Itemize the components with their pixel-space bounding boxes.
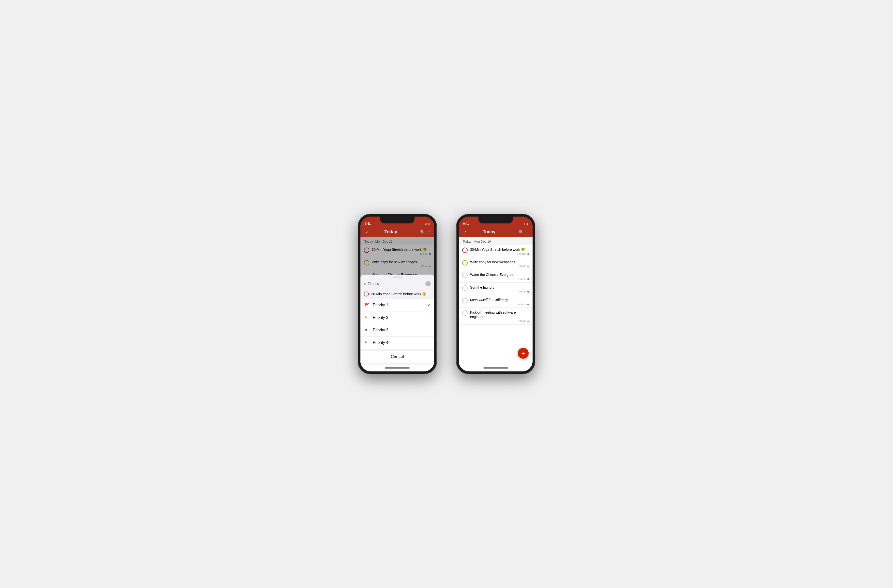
task-name-2-6: Kick-off meeting with software engineers	[470, 310, 529, 319]
task-content-2-4: Sort the laundry Home	[470, 285, 529, 295]
status-time-1: 9:41	[365, 222, 371, 226]
sheet-task-name: 30-Min Yoga Stretch before work 😤	[361, 289, 434, 299]
sheet-handle	[393, 277, 402, 278]
task-name-2-1: 30-Min Yoga Stretch before work 😤	[470, 247, 529, 252]
phone-2: 9:41 ⊛ ▮ ‹ Today 🔍 ··· Today Mon Dec 16	[456, 214, 535, 374]
close-icon: ✕	[427, 282, 429, 286]
sheet-header-dot	[364, 283, 366, 285]
task-circle-1-1	[364, 248, 369, 253]
task-name-1-1: 30-Min Yoga Stretch before work 😤	[372, 247, 431, 252]
date-header-1: Today Mon Dec 16	[361, 237, 434, 245]
sheet-task-circle	[364, 292, 369, 296]
home-bar-2	[483, 367, 508, 368]
battery-icon-1: ▮	[428, 223, 430, 226]
task-dot-2-4	[528, 291, 529, 293]
task-item-1-2[interactable]: Write copy for new webpages Work	[361, 257, 434, 270]
priority-option-2[interactable]: ⚑ Priority 2	[361, 311, 434, 324]
notch-2	[478, 217, 513, 223]
task-meta-2-6: Work	[470, 320, 529, 322]
task-content-2-6: Kick-off meeting with software engineers…	[470, 310, 529, 325]
task-circle-2-6	[462, 310, 468, 316]
notch	[380, 217, 415, 223]
task-dot-1-1	[429, 253, 431, 255]
task-meta-2-2: Work	[470, 265, 529, 268]
status-time-2: 9:41	[463, 222, 469, 226]
date-header-2: Today Mon Dec 16	[459, 237, 532, 245]
search-icon-2[interactable]: 🔍	[519, 230, 523, 234]
priority-label-3: Priority 3	[373, 328, 430, 332]
task-item-2-1[interactable]: 30-Min Yoga Stretch before work 😤 Fitnes…	[459, 245, 532, 257]
task-content-1-1: 30-Min Yoga Stretch before work 😤 Fitnes…	[372, 247, 431, 257]
task-circle-2-5	[462, 298, 468, 303]
sheet-header: Fitness ✕	[361, 280, 434, 289]
task-name-2-5: Meet w/Jeff for Coffee ☕	[470, 298, 529, 302]
nav-title-2: Today	[462, 229, 517, 235]
search-icon-1[interactable]: 🔍	[420, 230, 425, 234]
task-name-1-2: Write copy for new webpages	[372, 260, 431, 264]
task-item-2-4[interactable]: Sort the laundry Home	[459, 283, 532, 295]
more-icon-1[interactable]: ···	[428, 230, 431, 234]
task-meta-2-1: Fitness	[470, 252, 529, 255]
priority-flag-4: ⚑	[364, 340, 370, 345]
task-content-2-2: Write copy for new webpages Work	[470, 260, 529, 270]
status-icons-1: ⊛ ▮	[425, 223, 430, 226]
sheet-close-button[interactable]: ✕	[425, 281, 431, 286]
task-meta-2-3: Home	[470, 278, 529, 280]
battery-icon-2: ▮	[527, 223, 528, 226]
nav-title-1: Today	[364, 229, 418, 235]
nav-bar-1: ‹ Today 🔍 ···	[361, 226, 434, 237]
priority-option-4[interactable]: ⚑ Priority 4	[361, 337, 434, 349]
bottom-sheet: Fitness ✕ 30-Min Yoga Stretch before wor…	[361, 275, 434, 365]
task-item-1-1[interactable]: 30-Min Yoga Stretch before work 😤 Fitnes…	[361, 245, 434, 257]
home-bar-1	[385, 367, 410, 368]
task-item-2-5[interactable]: Meet w/Jeff for Coffee ☕ Friends	[459, 295, 532, 308]
task-dot-2-3	[528, 278, 529, 280]
cancel-button[interactable]: Cancel	[361, 351, 434, 362]
task-dot-2-5	[528, 304, 529, 305]
task-meta-2-4: Home	[470, 290, 529, 293]
priority-label-4: Priority 4	[373, 340, 430, 345]
task-meta-1-1: Fitness	[372, 252, 431, 255]
status-icons-2: ⊛ ▮	[523, 223, 528, 226]
task-circle-1-2	[364, 260, 369, 266]
content-2: Today Mon Dec 16 30-Min Yoga Stretch bef…	[459, 237, 532, 365]
nav-actions-1: 🔍 ···	[420, 230, 431, 234]
home-indicator-1	[361, 365, 434, 371]
task-item-2-2[interactable]: Write copy for new webpages Work	[459, 257, 532, 270]
task-name-2-3: Water the Chinese Evergreen	[470, 272, 529, 277]
wifi-icon-1: ⊛	[425, 223, 427, 226]
priority-check-1: ✓	[427, 303, 430, 308]
date-header-text-2: Today Mon Dec 16	[463, 240, 529, 244]
task-item-2-6[interactable]: Kick-off meeting with software engineers…	[459, 308, 532, 325]
task-dot-2-2	[528, 266, 529, 268]
task-content-2-5: Meet w/Jeff for Coffee ☕ Friends	[470, 298, 529, 308]
priority-flag-2: ⚑	[364, 315, 370, 320]
date-header-text-1: Today Mon Dec 16	[364, 240, 430, 244]
home-indicator-2	[459, 365, 532, 371]
task-dot-2-1	[528, 253, 529, 255]
task-item-2-3[interactable]: Water the Chinese Evergreen Home	[459, 270, 532, 283]
wifi-icon-2: ⊛	[523, 223, 525, 226]
task-circle-2-1	[462, 248, 468, 253]
more-icon-2[interactable]: ···	[526, 230, 529, 234]
task-dot-1-2	[429, 266, 431, 268]
task-meta-1-2: Work	[372, 265, 431, 268]
task-content-1-2: Write copy for new webpages Work	[372, 260, 431, 270]
task-circle-2-2	[462, 260, 468, 266]
nav-actions-2: 🔍 ···	[519, 230, 529, 234]
task-name-2-2: Write copy for new webpages	[470, 260, 529, 264]
task-content-2-3: Water the Chinese Evergreen Home	[470, 272, 529, 282]
task-content-2-1: 30-Min Yoga Stretch before work 😤 Fitnes…	[470, 247, 529, 257]
task-circle-2-3	[462, 273, 468, 278]
priority-option-3[interactable]: ⚑ Priority 3	[361, 324, 434, 337]
task-list-2: 30-Min Yoga Stretch before work 😤 Fitnes…	[459, 245, 532, 365]
priority-label-1: Priority 1	[373, 303, 427, 307]
add-task-fab[interactable]: +	[518, 348, 529, 359]
task-meta-2-5: Friends	[470, 302, 529, 305]
priority-label-2: Priority 2	[373, 315, 430, 320]
task-circle-2-4	[462, 286, 468, 291]
task-name-2-4: Sort the laundry	[470, 285, 529, 290]
priority-option-1[interactable]: 🚩 Priority 1 ✓	[361, 299, 434, 311]
nav-bar-2: ‹ Today 🔍 ···	[459, 226, 532, 237]
task-dot-2-6	[528, 320, 529, 322]
